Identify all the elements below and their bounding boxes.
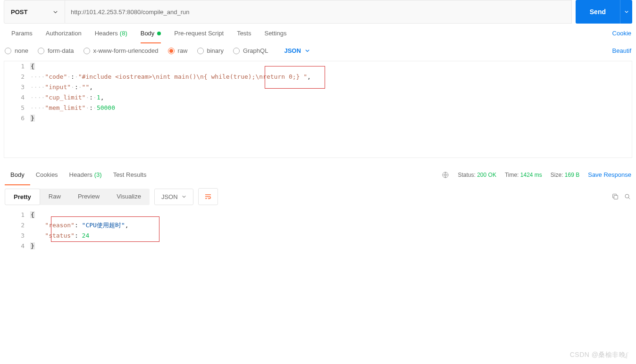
wrap-toggle-button[interactable] (198, 188, 218, 205)
headers-count: (8) (120, 30, 127, 37)
tab-headers[interactable]: Headers (8) (88, 24, 134, 43)
beautify-link[interactable]: Beautif (612, 47, 631, 54)
send-caret-button[interactable] (620, 0, 632, 24)
view-tab-visualize[interactable]: Visualize (108, 189, 150, 205)
tab-prerequest[interactable]: Pre-request Script (167, 24, 230, 43)
tab-resp-body[interactable]: Body (5, 164, 30, 185)
view-tab-pretty[interactable]: Pretty (5, 189, 40, 205)
radio-graphql[interactable]: GraphQL (233, 47, 268, 54)
response-tabs: Body Cookies Headers (3) Test Results St… (0, 164, 636, 185)
tab-resp-test-results[interactable]: Test Results (108, 164, 152, 185)
status-block: Status: 200 OK (458, 172, 496, 178)
chevron-down-icon (624, 9, 629, 14)
body-format-select[interactable]: JSON (284, 47, 310, 54)
dot-indicator-icon (157, 32, 161, 35)
tab-params[interactable]: Params (5, 24, 39, 43)
radio-raw[interactable]: raw (168, 47, 188, 54)
tab-resp-headers[interactable]: Headers (3) (64, 164, 108, 185)
search-icon[interactable] (624, 193, 631, 200)
globe-icon (442, 171, 449, 179)
svg-rect-1 (614, 195, 618, 199)
radio-formdata[interactable]: form-data (38, 47, 74, 54)
radio-urlencoded[interactable]: x-www-form-urlencoded (84, 47, 159, 54)
chevron-down-icon (53, 9, 58, 15)
request-tabs: Params Authorization Headers (8) Body Pr… (0, 24, 636, 43)
response-format-select[interactable]: JSON (154, 189, 193, 205)
view-tab-preview[interactable]: Preview (69, 189, 108, 205)
view-tabs-row: Pretty Raw Preview Visualize JSON (0, 185, 636, 208)
chevron-down-icon (305, 48, 310, 53)
body-type-row: none form-data x-www-form-urlencoded raw… (0, 43, 636, 61)
chevron-down-icon (182, 194, 186, 199)
size-block: Size: 169 B (551, 172, 579, 178)
view-tab-raw[interactable]: Raw (40, 189, 69, 205)
tab-resp-cookies[interactable]: Cookies (30, 164, 64, 185)
tab-settings[interactable]: Settings (258, 24, 293, 43)
method-value: POST (11, 8, 27, 16)
radio-none[interactable]: none (5, 47, 28, 54)
svg-point-2 (625, 194, 629, 198)
tab-body[interactable]: Body (134, 24, 168, 43)
method-select[interactable]: POST (4, 0, 65, 24)
url-input[interactable] (65, 0, 572, 24)
cookies-link[interactable]: Cookie (612, 30, 631, 37)
request-body-editor[interactable]: 1{ 2····"code"·:·"#include <iostream>\ni… (4, 61, 632, 158)
wrap-icon (204, 193, 212, 200)
tab-tests[interactable]: Tests (230, 24, 258, 43)
watermark: CSDN @桑榆非晚ᶘ (570, 351, 628, 359)
resp-headers-count: (3) (94, 171, 102, 178)
time-block: Time: 1424 ms (505, 172, 542, 178)
radio-binary[interactable]: binary (197, 47, 224, 54)
copy-icon[interactable] (611, 193, 619, 200)
response-body-editor[interactable]: 1{ 2 "reason": "CPU使用超时", 3 "status": 24… (4, 210, 632, 251)
send-button[interactable]: Send (576, 0, 620, 24)
tab-authorization[interactable]: Authorization (39, 24, 88, 43)
save-response-link[interactable]: Save Response (588, 171, 631, 178)
